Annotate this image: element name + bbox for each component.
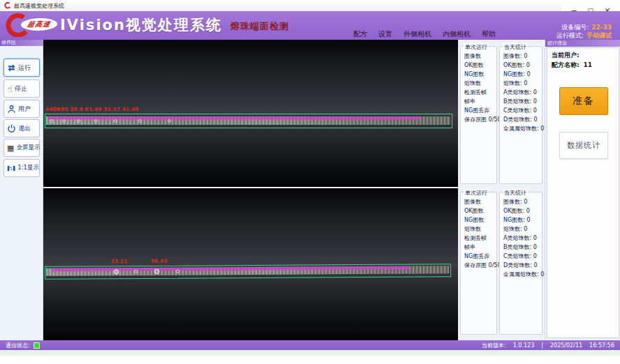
fullscreen-grid-icon: ▦ (7, 144, 14, 152)
inner-camera-view[interactable]: 53.11 56.43 (43, 188, 458, 340)
exit-button[interactable]: 退出 (3, 119, 40, 137)
info-panel-title: 统计信息 (545, 40, 620, 47)
comm-status-label: 通信状态: (6, 342, 30, 349)
stat-row: NG图数: 0 (503, 216, 531, 224)
bead-marker (114, 269, 119, 274)
stat-row: OK图数 (464, 61, 484, 69)
stat-row: 图像数: 0 (503, 198, 527, 206)
stat-row: 检测丢帧 (464, 234, 487, 242)
version-label: 当前版本: (482, 342, 506, 349)
stat-row: NG图数 (464, 70, 484, 78)
info-panel: 统计信息 当前用户: 配方名称:11 准备 数据统计 (545, 40, 620, 340)
measurement-label: 56.43 (151, 259, 168, 264)
separator: | (541, 342, 543, 349)
stat-row: 金属屑熔珠数: 0 (503, 125, 544, 132)
detect-line (48, 117, 420, 119)
app-window: 超高速视觉处理系统 − ◻ ✕ 超高速 IVision视觉处理系统 熔珠端面检测… (0, 0, 620, 364)
stat-row: 保存原图 0/500 (464, 261, 505, 269)
brand-text: 超高速 (27, 20, 52, 29)
fullscreen-button[interactable]: ▦ 全屏显示 (3, 139, 40, 157)
stat-row: D类熔珠数: 0 (503, 261, 538, 269)
prepare-button[interactable]: 准备 (559, 87, 608, 115)
stat-row: NG图丢弃 (464, 107, 489, 114)
menu-outer-camera[interactable]: 外侧相机 (404, 29, 431, 39)
stat-row: B类熔珠数: 0 (503, 98, 537, 105)
stat-row: 熔珠数: 0 (503, 79, 527, 87)
stat-row: 帧率 (464, 243, 475, 251)
bead-marker (154, 269, 159, 274)
main-menu: 配方 设置 外侧相机 内侧相机 帮助 (353, 29, 496, 39)
today-stats-group-bottom: 当天统计 图像数: 0 OK图数: 0 NG图数: 0 熔珠数: 0 A类熔珠数… (499, 192, 542, 335)
menu-recipe[interactable]: 配方 (353, 29, 367, 39)
measurement-annotation: 44OK85 39.8 R1.69 31.57 41.49 (45, 107, 139, 112)
camera-divider (43, 187, 458, 188)
data-statistics-button[interactable]: 数据统计 (559, 132, 608, 159)
version-value: 1.0.123 (513, 342, 535, 349)
app-header: 超高速 IVision视觉处理系统 熔珠端面检测 配方 设置 外侧相机 内侧相机… (0, 11, 620, 40)
stat-row: A类熔珠数: 0 (503, 89, 537, 96)
stop-button[interactable]: ☝ 停止 (3, 79, 40, 98)
user-button[interactable]: 用户 (3, 100, 40, 118)
menu-settings[interactable]: 设置 (378, 29, 392, 39)
desktop-background (0, 356, 620, 364)
bead-marker (176, 270, 179, 273)
power-icon (7, 124, 16, 133)
today-stats-group-top: 当天统计 图像数: 0 OK图数: 0 NG图数: 0 熔珠数: 0 A类熔珠数… (499, 46, 542, 184)
single-run-group-top: 单次运行 图像数 OK图数 NG图数 熔珠数 检测丢帧 帧率 NG图丢弃 保存原… (460, 46, 497, 184)
stat-row: 帧率 (464, 98, 475, 105)
bottom-accent-band (0, 350, 620, 356)
bead-marker (168, 119, 171, 123)
run-loop-icon (7, 63, 16, 73)
run-button[interactable]: 运行 (3, 59, 40, 77)
app-logo-icon (4, 2, 11, 9)
stat-row: 金属屑熔珠数: 0 (503, 271, 544, 278)
time-value: 16:57:56 (589, 342, 614, 349)
version-and-time: 当前版本: 1.0.123 | 2025/02/11 16:57:56 (482, 342, 614, 349)
comm-status-indicator (34, 342, 40, 349)
window-titlebar: 超高速视觉处理系统 (0, 0, 620, 11)
bead-marker (114, 119, 117, 123)
user-icon (7, 105, 16, 114)
menu-inner-camera[interactable]: 内侧相机 (443, 29, 471, 39)
date-value: 2025/02/11 (550, 342, 582, 349)
stat-row: A类熔珠数: 0 (503, 234, 537, 242)
menu-help[interactable]: 帮助 (482, 29, 496, 39)
stat-row: 熔珠数: 0 (503, 225, 527, 233)
stat-row: 图像数 (464, 52, 481, 60)
status-bar: 通信状态: 当前版本: 1.0.123 | 2025/02/11 16:57:5… (0, 340, 620, 350)
app-subtitle: 熔珠端面检测 (230, 20, 289, 33)
stat-row: NG图数 (464, 216, 484, 224)
stat-row: NG图数: 0 (503, 70, 531, 78)
stat-row: B类熔珠数: 0 (503, 243, 537, 251)
stat-row: C类熔珠数: 0 (503, 107, 537, 114)
bead-marker (138, 119, 142, 123)
stat-row: OK图数: 0 (503, 61, 530, 69)
recipe-name: 配方名称:11 (552, 61, 592, 70)
stat-row: 图像数 (464, 198, 481, 206)
stat-row: OK图数: 0 (503, 207, 530, 215)
bead-marker (50, 119, 53, 123)
operation-sidebar: 操作区 运行 ☝ 停止 用户 退出 (0, 40, 43, 340)
stat-row: 图像数: 0 (503, 52, 527, 60)
one-to-one-icon (7, 164, 15, 173)
stop-hand-icon: ☝ (7, 84, 13, 93)
bead-marker (62, 119, 66, 123)
stat-row: 检测丢帧 (464, 89, 487, 96)
stat-row: 保存原图 0/500 (464, 116, 505, 123)
one-to-one-button[interactable]: 1:1显示 (3, 159, 40, 177)
single-run-group-bottom: 单次运行 图像数 OK图数 NG图数 熔珠数 检测丢帧 帧率 NG图丢弃 保存原… (460, 192, 497, 335)
window-title: 超高速视觉处理系统 (14, 2, 64, 10)
measurement-label: 53.11 (111, 259, 128, 264)
stat-row: 熔珠数 (464, 225, 481, 233)
bead-marker (77, 119, 80, 123)
bead-marker (94, 119, 98, 123)
stat-row: D类熔珠数: 0 (503, 116, 538, 123)
sidebar-title: 操作区 (0, 40, 43, 46)
stat-row: NG图丢弃 (464, 252, 489, 260)
current-user: 当前用户: (552, 51, 584, 60)
bead-marker (134, 270, 138, 273)
outer-camera-view[interactable]: 44OK85 39.8 R1.69 31.57 41.49 (43, 40, 458, 187)
stat-row: C类熔珠数: 0 (503, 252, 537, 260)
app-title: IVision视觉处理系统 (60, 15, 222, 35)
statistics-column: 单次运行 图像数 OK图数 NG图数 熔珠数 检测丢帧 帧率 NG图丢弃 保存原… (458, 40, 545, 340)
